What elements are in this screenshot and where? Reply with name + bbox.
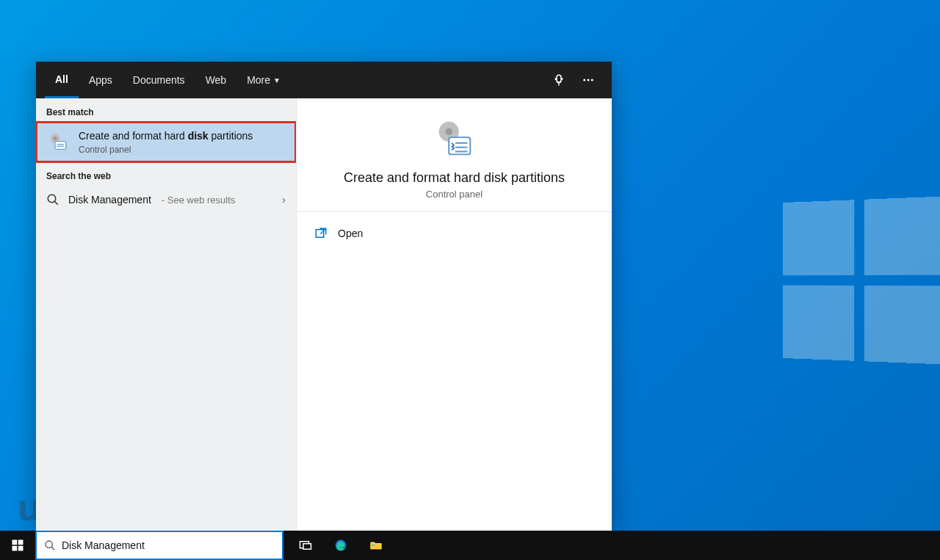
taskbar-search-box[interactable] bbox=[35, 531, 283, 560]
taskbar bbox=[0, 531, 940, 560]
svg-rect-19 bbox=[18, 540, 24, 545]
desktop-windows-logo bbox=[783, 196, 940, 364]
disk-management-icon bbox=[46, 131, 70, 154]
task-view-button[interactable] bbox=[288, 531, 323, 560]
best-match-label: Best match bbox=[36, 98, 296, 122]
svg-rect-25 bbox=[303, 544, 311, 550]
detail-actions: Open bbox=[297, 212, 612, 255]
tab-web-label: Web bbox=[206, 74, 227, 86]
open-action-label: Open bbox=[338, 228, 363, 239]
feedback-icon[interactable] bbox=[544, 62, 574, 98]
tab-apps-label: Apps bbox=[89, 74, 112, 86]
detail-header: Create and format hard disk partitions C… bbox=[297, 98, 612, 212]
svg-rect-16 bbox=[316, 230, 324, 238]
best-match-text: Create and format hard disk partitions C… bbox=[79, 129, 286, 155]
tab-documents[interactable]: Documents bbox=[123, 62, 195, 98]
start-button[interactable] bbox=[0, 531, 35, 560]
tab-all[interactable]: All bbox=[45, 62, 79, 98]
tab-more-label: More bbox=[247, 74, 270, 86]
taskbar-search-input[interactable] bbox=[62, 539, 275, 551]
tab-web[interactable]: Web bbox=[195, 62, 237, 98]
detail-title: Create and format hard disk partitions bbox=[311, 170, 597, 186]
svg-point-4 bbox=[53, 137, 57, 140]
tab-all-label: All bbox=[55, 73, 68, 85]
edge-icon[interactable] bbox=[323, 531, 358, 560]
svg-point-8 bbox=[48, 194, 56, 203]
open-action[interactable]: Open bbox=[297, 219, 612, 247]
search-detail-column: Create and format hard disk partitions C… bbox=[296, 98, 612, 531]
best-match-result[interactable]: Create and format hard disk partitions C… bbox=[36, 122, 296, 162]
tab-documents-label: Documents bbox=[133, 74, 185, 86]
svg-point-22 bbox=[46, 541, 52, 548]
web-result-suffix: - See web results bbox=[162, 194, 235, 206]
search-icon bbox=[46, 193, 59, 206]
more-options-icon[interactable] bbox=[574, 62, 603, 98]
best-match-title: Create and format hard disk partitions bbox=[79, 129, 286, 142]
svg-point-2 bbox=[591, 79, 593, 81]
tab-more[interactable]: More▼ bbox=[236, 62, 291, 98]
search-results-column: Best match Create and format hard disk p… bbox=[36, 98, 296, 531]
svg-point-0 bbox=[583, 79, 585, 81]
search-panel-body: Best match Create and format hard disk p… bbox=[36, 98, 612, 531]
svg-rect-28 bbox=[372, 545, 375, 546]
detail-subtitle: Control panel bbox=[311, 189, 597, 200]
start-search-panel: All Apps Documents Web More▼ Best match bbox=[36, 62, 612, 531]
web-search-result[interactable]: Disk Management - See web results › bbox=[36, 186, 296, 214]
svg-rect-18 bbox=[12, 540, 18, 545]
svg-rect-5 bbox=[55, 141, 66, 149]
open-icon bbox=[314, 227, 328, 240]
tab-apps[interactable]: Apps bbox=[79, 62, 123, 98]
file-explorer-icon[interactable] bbox=[358, 531, 394, 560]
detail-app-icon bbox=[432, 117, 477, 163]
chevron-right-icon: › bbox=[282, 194, 286, 206]
search-web-label: Search the web bbox=[36, 162, 296, 186]
search-tab-bar: All Apps Documents Web More▼ bbox=[36, 62, 612, 98]
svg-rect-20 bbox=[12, 546, 18, 551]
best-match-subtitle: Control panel bbox=[79, 145, 286, 155]
svg-point-1 bbox=[588, 79, 590, 81]
svg-rect-21 bbox=[18, 546, 24, 551]
svg-rect-27 bbox=[371, 544, 382, 550]
svg-line-23 bbox=[51, 547, 54, 550]
web-result-label: Disk Management bbox=[68, 194, 151, 206]
search-icon bbox=[44, 539, 56, 551]
svg-line-9 bbox=[54, 201, 58, 205]
svg-point-11 bbox=[445, 128, 452, 136]
chevron-down-icon: ▼ bbox=[273, 76, 281, 84]
